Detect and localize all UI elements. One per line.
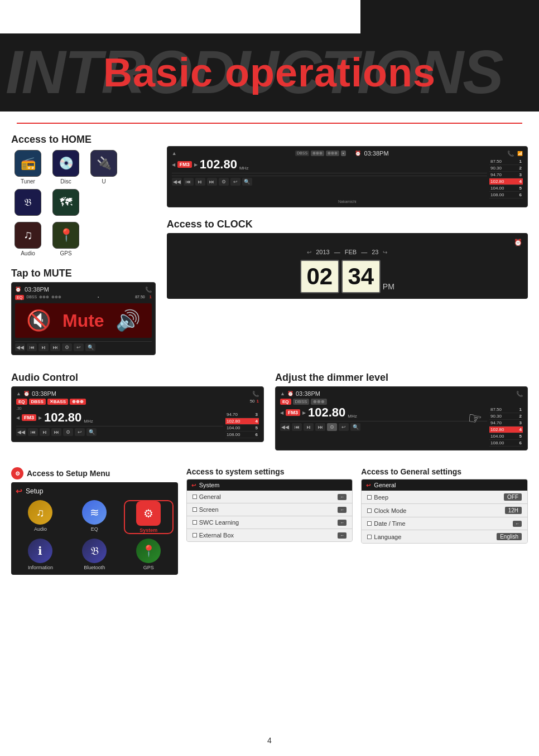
home-icon-audio[interactable]: ♫ Audio xyxy=(11,222,45,256)
audio-search-btn[interactable]: 🔍 xyxy=(86,428,97,436)
dimmer-play-btn[interactable]: ⏯ xyxy=(304,423,314,431)
main-play-btn[interactable]: ⏯ xyxy=(195,178,205,186)
audio-next-btn[interactable]: ⏭ xyxy=(51,428,61,436)
dimmer-label: Adjust the dimmer level xyxy=(275,372,528,384)
main-search-btn[interactable]: 🔍 xyxy=(242,178,252,186)
dimmer-preset-5[interactable]: 104.005 xyxy=(489,433,523,440)
home-icon-u[interactable]: 🔌 U xyxy=(87,150,121,185)
setup-info-icon[interactable]: ℹ Information xyxy=(16,539,65,570)
system-settings-text: Access to system settings xyxy=(186,467,285,476)
dimmer-extra-tab[interactable]: ⊕⊕⊕ xyxy=(311,399,327,405)
datetime-checkbox xyxy=(367,521,372,526)
home-icon-navi[interactable]: 🗺 xyxy=(49,189,83,217)
general-beep-item[interactable]: Beep OFF xyxy=(362,491,527,504)
dbss-tab-audio[interactable]: DBSS xyxy=(29,399,46,405)
audio-vol-btn[interactable]: ◀◀ xyxy=(16,428,26,436)
main-vol-btn[interactable]: ◀◀ xyxy=(172,178,182,186)
screen-arrow: ← xyxy=(338,507,346,513)
preset-4[interactable]: 102.804 xyxy=(489,178,523,185)
audio-settings-btn[interactable]: ⚙ xyxy=(63,428,73,436)
audio-prev-btn[interactable]: ⏮ xyxy=(28,428,38,436)
dimmer-preset-2[interactable]: 90.302 xyxy=(489,413,523,420)
clock-unit: ⏰ ↩ 2013 — FEB — 23 ↪ 02 34 PM xyxy=(167,233,528,299)
dimmer-preset-4[interactable]: 102.804 xyxy=(489,427,523,433)
main-radio-body: ◀ FM3 ▶ 102.80 MHz ◀◀ ⏮ ⏯ ⏭ ⚙ xyxy=(172,158,523,198)
preset-3[interactable]: 94.703 xyxy=(489,172,523,178)
preset-2[interactable]: 90.302 xyxy=(489,165,523,172)
fm-badge-dimmer: FM3 xyxy=(286,409,300,416)
right-column: ▲ DBSS ⊕⊕⊕ ⊕⊕⊕ • ⏰ 03:38PM 📞 📶 ◀ xyxy=(167,134,528,355)
audio-control-text: Audio Control xyxy=(11,372,78,384)
preset-5[interactable]: 104.005 xyxy=(489,185,523,192)
row3: ⚙ Access to Setup Menu ↩ Setup ♫ Audio ≋… xyxy=(11,467,528,575)
audio-preset-1[interactable]: 94.703 xyxy=(225,411,259,418)
general-datetime-item[interactable]: Date / Time ← xyxy=(362,517,527,530)
clock-hour: 02 xyxy=(300,260,339,293)
xbass-tab[interactable]: ✕BASS xyxy=(47,399,68,405)
dimmer-settings-btn[interactable]: ⚙ xyxy=(327,423,337,431)
dimmer-preset-1[interactable]: 87.501 xyxy=(489,406,523,413)
dimmer-search-btn[interactable]: 🔍 xyxy=(350,423,360,431)
prev-btn[interactable]: ⏮ xyxy=(27,343,37,351)
audio-preset-5[interactable]: 104.005 xyxy=(225,425,259,432)
dimmer-nav-btn[interactable]: ↩ xyxy=(339,423,349,431)
setup-audio-icon[interactable]: ♫ Audio xyxy=(16,500,65,534)
clock-year: 2013 xyxy=(316,249,329,255)
setup-back-icon[interactable]: ↩ xyxy=(16,487,22,496)
home-icon-tuner[interactable]: 📻 Tuner xyxy=(11,150,45,185)
audio-play-btn[interactable]: ⏯ xyxy=(40,428,50,436)
settings-btn[interactable]: ⚙ xyxy=(62,343,72,351)
beep-value: OFF xyxy=(504,493,522,501)
preset-1[interactable]: 87.501 xyxy=(489,158,523,165)
play-btn[interactable]: ⏯ xyxy=(38,343,49,351)
dimmer-body: ◀ FM3 ▶ 102.80 MHz ☞ ◀◀ ⏮ ⏯ ⏭ xyxy=(280,406,523,447)
nav-btn[interactable]: ↩ xyxy=(74,343,84,351)
extra-tab[interactable]: ⊕⊕⊕ xyxy=(70,399,86,405)
main-nav-btn[interactable]: ↩ xyxy=(230,178,240,186)
tuner-label: Tuner xyxy=(21,178,35,185)
preset-freq-2: 90.30 xyxy=(490,166,502,171)
title-section: INTRODUCTIONS Basic operations xyxy=(0,33,539,112)
home-icon-bluetooth[interactable]: 𝔅 xyxy=(11,189,45,217)
page-number: 4 xyxy=(267,736,272,745)
setup-eq-icon[interactable]: ≋ EQ xyxy=(70,500,119,534)
dimmer-prev-btn[interactable]: ⏮ xyxy=(292,423,302,431)
general-clockmode-item[interactable]: Clock Mode 12H xyxy=(362,504,527,517)
mute-controls: ◀◀ ⏮ ⏯ ⏭ ⚙ ↩ 🔍 xyxy=(15,341,152,351)
main-prev-btn[interactable]: ⏮ xyxy=(184,178,194,186)
dimmer-next-btn[interactable]: ⏭ xyxy=(315,423,325,431)
dimmer-eq-tab[interactable]: EQ xyxy=(280,399,291,405)
main-radio-presets: 87.501 90.302 94.703 102.804 104.005 108… xyxy=(489,158,523,198)
setup-gps-icon[interactable]: 📍 GPS xyxy=(124,539,174,570)
setup-system-icon[interactable]: ⚙ System xyxy=(124,500,174,534)
general-settings-panel: ↩ General Beep OFF Clock Mode 12H xyxy=(361,479,528,544)
setup-bt-icon[interactable]: 𝔅 Bluetooth xyxy=(70,539,119,570)
general-language-item[interactable]: Language English xyxy=(362,530,527,543)
audio-nav-btn[interactable]: ↩ xyxy=(75,428,85,436)
system-extbox-item[interactable]: External Box ← xyxy=(187,529,353,541)
audio-preset-4[interactable]: 102.804 xyxy=(225,418,259,425)
preset-6[interactable]: 108.006 xyxy=(489,192,523,198)
system-general-item[interactable]: General ← xyxy=(187,491,353,503)
eq-tab-active[interactable]: EQ xyxy=(16,399,27,405)
audio-preset50: 50 xyxy=(250,399,255,405)
system-swc-item[interactable]: SWC Learning ← xyxy=(187,516,353,529)
general-back-btn[interactable]: ↩ xyxy=(366,482,370,488)
main-settings-btn[interactable]: ⚙ xyxy=(219,178,229,186)
general-arrow: ← xyxy=(338,494,346,500)
vol-down-btn[interactable]: ◀◀ xyxy=(15,343,25,351)
dimmer-preset-3[interactable]: 94.703 xyxy=(489,420,523,427)
main-next-btn[interactable]: ⏭ xyxy=(207,178,217,186)
dimmer-preset-6[interactable]: 108.006 xyxy=(489,440,523,447)
system-screen-item[interactable]: Screen ← xyxy=(187,503,353,516)
mute-header: ⏰ 03:38PM 📞 xyxy=(15,286,152,293)
dimmer-vol-btn[interactable]: ◀◀ xyxy=(280,423,290,431)
audio-preset-6[interactable]: 108.006 xyxy=(225,432,259,438)
home-icon-gps[interactable]: 📍 GPS xyxy=(49,222,83,256)
next-btn[interactable]: ⏭ xyxy=(50,343,60,351)
search-btn[interactable]: 🔍 xyxy=(85,343,95,351)
dimmer-dbss-tab[interactable]: DBSS xyxy=(293,399,310,405)
home-icon-disc[interactable]: 💿 Disc xyxy=(49,150,83,185)
preset-freq-3: 94.70 xyxy=(490,172,502,177)
system-back-btn[interactable]: ↩ xyxy=(191,482,196,488)
